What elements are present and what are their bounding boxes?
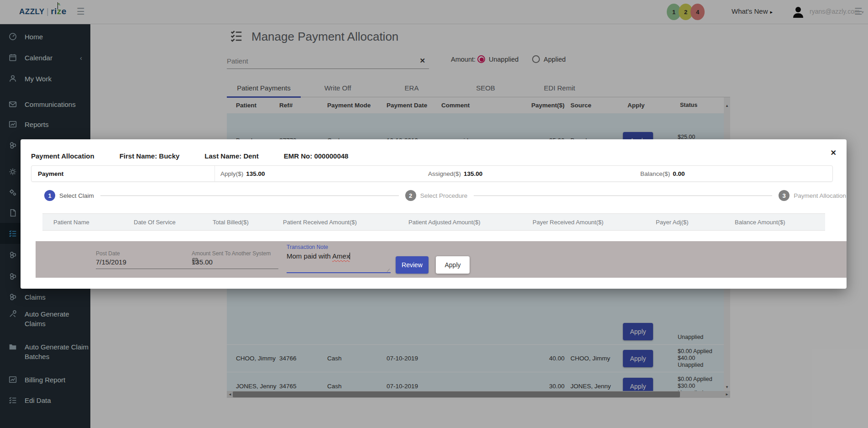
last-name-label: Last Name: Dent — [204, 152, 258, 160]
transaction-note-value[interactable]: Mom paid with Amex — [287, 252, 391, 272]
amount-sent-field[interactable]: Amount Sent To Another System 135.00 — [192, 250, 278, 269]
modal-title: Payment Allocation — [31, 152, 94, 160]
post-date-value[interactable]: 7/15/2019 — [96, 258, 126, 266]
first-name-label: First Name: Bucky — [120, 152, 180, 160]
review-button[interactable]: Review — [396, 256, 429, 274]
payment-summary-bar: Payment Apply($) 135.00 Assigned($) 135.… — [31, 165, 833, 182]
step-2-circle[interactable]: 2 — [405, 190, 416, 201]
summary-balance: Balance($) 0.00 — [640, 170, 685, 177]
summary-section-label: Payment — [31, 166, 215, 181]
textarea-underline: ⟋ — [287, 272, 391, 273]
modal-apply-button[interactable]: Apply — [436, 256, 470, 274]
close-icon[interactable]: ✕ — [831, 148, 837, 157]
summary-assigned: Assigned($) 135.00 — [428, 170, 640, 177]
post-date-label: Post Date — [96, 250, 199, 257]
emr-no-label: EMR No: 000000048 — [284, 152, 349, 160]
amount-sent-value[interactable]: 135.00 — [192, 258, 278, 266]
allocation-form: Post Date 7/15/2019 Amount Sent To Anoth… — [36, 241, 847, 278]
claims-table-header: Patient Name Date Of Service Total Bille… — [42, 213, 825, 231]
misspelled-word: Amex — [332, 252, 350, 260]
text-caret — [350, 253, 350, 259]
amount-sent-label: Amount Sent To Another System — [192, 250, 278, 257]
step-2-label: Select Procedure — [420, 192, 468, 199]
summary-apply: Apply($) 135.00 — [220, 170, 428, 177]
payment-allocation-modal: ✕ Payment Allocation First Name: Bucky L… — [21, 139, 847, 289]
wizard-stepper: 1 Select Claim 2 Select Procedure 3 Paym… — [44, 190, 846, 201]
transaction-note-field[interactable]: Transaction Note Mom paid with Amex ⟋ — [287, 244, 391, 273]
transaction-note-label: Transaction Note — [287, 244, 391, 250]
step-connector — [474, 196, 772, 196]
step-3-circle[interactable]: 3 — [779, 190, 790, 201]
resize-grip-icon[interactable]: ⟋ — [387, 268, 390, 273]
step-3-label: Payment Allocation — [794, 192, 846, 199]
modal-header: Payment Allocation First Name: Bucky Las… — [31, 152, 373, 160]
step-1-label: Select Claim — [59, 192, 94, 199]
post-date-field[interactable]: Post Date 7/15/2019 — [96, 250, 199, 269]
step-connector — [100, 196, 399, 196]
step-1-circle[interactable]: 1 — [44, 190, 55, 201]
